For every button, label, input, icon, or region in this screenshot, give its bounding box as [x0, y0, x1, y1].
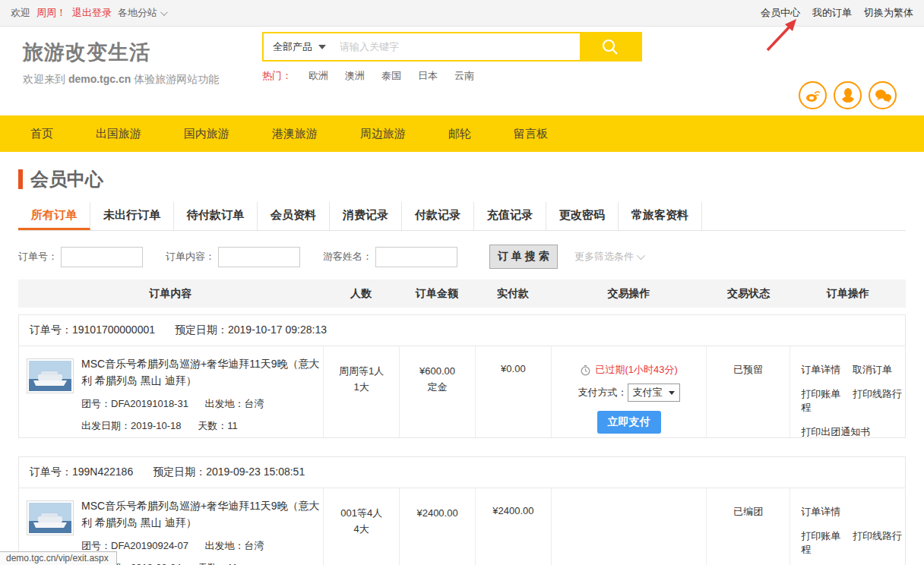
order-1-book-date: 预定日期：2019-10-17 09:28:13	[175, 324, 327, 337]
order-2-product-title[interactable]: MSC音乐号希腊列岛巡游+奢华迪拜11天9晚（意大利 希腊列岛 黑山 迪拜）	[81, 497, 321, 531]
order-1-print-bill-link[interactable]: 打印账单	[801, 388, 840, 399]
hot-link-yunnan[interactable]: 云南	[454, 69, 474, 83]
guest-name-label: 游客姓名：	[323, 250, 372, 264]
order-2-header: 订单号：199N422186 预定日期：2019-09-23 15:08:51	[19, 457, 905, 488]
tab-consumption-records[interactable]: 消费记录	[330, 202, 402, 230]
username: 周周！	[36, 6, 66, 20]
order-1-header: 订单号：19101700000001 预定日期：2019-10-17 09:28…	[19, 315, 905, 346]
pay-method-value: 支付宝	[633, 386, 663, 399]
search-icon	[600, 37, 620, 57]
site-subtitle: 欢迎来到 demo.tgc.cn 体验旅游网站功能	[23, 73, 219, 87]
switch-traditional-link[interactable]: 切换为繁体	[864, 6, 913, 20]
order-2-paid-cell: ¥2400.00	[475, 488, 551, 565]
hot-link-thailand[interactable]: 泰国	[381, 69, 401, 83]
member-tabs: 所有订单 未出行订单 待付款订单 会员资料 消费记录 付款记录 充值记录 更改密…	[18, 202, 906, 231]
my-orders-link[interactable]: 我的订单	[812, 6, 852, 20]
branches-dropdown[interactable]: 各地分站	[118, 6, 166, 20]
order-1-paid: ¥0.00	[501, 363, 526, 374]
order-2-print-bill-link[interactable]: 打印账单	[801, 530, 840, 541]
order-1-trade-cell: 已过期(1小时43分) 支付方式： 支付宝 立即支付	[551, 346, 707, 437]
nav-home[interactable]: 首页	[30, 127, 53, 141]
order-group-1: 订单号：19101700000001 预定日期：2019-10-17 09:28…	[18, 314, 906, 438]
order-1-detail-link[interactable]: 订单详情	[801, 364, 840, 375]
col-order-content: 订单内容	[18, 287, 323, 301]
order-content-input[interactable]	[218, 247, 300, 267]
order-1-ops-cell: 订单详情 取消订单 打印账单 打印线路行程 打印出团通知书	[790, 346, 905, 437]
tab-upcoming-orders[interactable]: 未出行订单	[90, 202, 174, 230]
order-2-amount: ¥2400.00	[400, 505, 475, 521]
search-button[interactable]	[580, 33, 641, 60]
tab-member-profile[interactable]: 会员资料	[258, 202, 330, 230]
tab-unpaid-orders[interactable]: 待付款订单	[174, 202, 258, 230]
subtitle-prefix: 欢迎来到	[23, 73, 65, 85]
search-category-dropdown[interactable]: 全部产品	[264, 33, 335, 60]
logout-link[interactable]: 退出登录	[72, 6, 112, 20]
order-1-amount-cell: ¥600.00 定金	[399, 346, 475, 437]
link-preview-statusbar: demo.tgc.cn/vip/exit.aspx	[0, 551, 117, 565]
chevron-down-icon	[160, 8, 168, 16]
weibo-icon[interactable]	[799, 81, 827, 109]
nav-message-board[interactable]: 留言板	[514, 127, 548, 141]
order-content-label: 订单内容：	[166, 250, 215, 264]
social-icons	[799, 81, 897, 109]
order-2-ops-cell: 订单详情 打印账单 打印线路行程 打印出团通知书	[790, 488, 905, 565]
page-title: 会员中心	[30, 167, 103, 191]
tab-recharge-records[interactable]: 充值记录	[474, 202, 546, 230]
order-1-status-cell: 已预留	[706, 346, 790, 437]
col-people: 人数	[323, 287, 399, 301]
tab-change-password[interactable]: 更改密码	[546, 202, 619, 230]
hot-link-europe[interactable]: 欧洲	[309, 69, 328, 83]
col-paid: 实付款	[475, 287, 551, 301]
order-1-expired-text: 已过期(1小时43分)	[595, 363, 677, 377]
qq-icon[interactable]	[834, 81, 862, 109]
main-nav: 首页 出国旅游 国内旅游 港澳旅游 周边旅游 邮轮 留言板	[0, 115, 924, 152]
order-1-departure: 出发地：台湾	[205, 398, 264, 409]
site-logo[interactable]: 旅游改变生活	[23, 39, 219, 66]
pay-method-label: 支付方式：	[578, 386, 628, 399]
hot-link-australia[interactable]: 澳洲	[345, 69, 365, 83]
member-center-link[interactable]: 会员中心	[761, 6, 800, 20]
order-1-product-title[interactable]: MSC音乐号希腊列岛巡游+奢华迪拜11天9晚（意大利 希腊列岛 黑山 迪拜）	[81, 355, 321, 389]
search-input[interactable]	[335, 33, 580, 60]
order-2-people-count: 4大	[324, 521, 399, 537]
cruise-thumbnail[interactable]	[27, 358, 74, 393]
subtitle-domain: demo.tgc.cn	[68, 73, 131, 85]
pay-method-select[interactable]: 支付宝	[628, 384, 680, 402]
search-box: 全部产品	[262, 32, 642, 62]
order-2-departure: 出发地：台湾	[205, 540, 264, 551]
cruise-thumbnail[interactable]	[27, 500, 74, 535]
site-header: 旅游改变生活 欢迎来到 demo.tgc.cn 体验旅游网站功能 全部产品 热门…	[0, 27, 924, 115]
hot-label: 热门：	[262, 69, 292, 83]
pay-now-button[interactable]: 立即支付	[597, 411, 661, 434]
nav-nearby-travel[interactable]: 周边旅游	[360, 127, 406, 141]
wechat-icon[interactable]	[869, 81, 897, 109]
order-2-days: 天数：11	[198, 562, 238, 565]
order-2-number: 订单号：199N422186	[30, 466, 133, 479]
nav-hk-macau-travel[interactable]: 港澳旅游	[272, 127, 318, 141]
hot-links-row: 热门： 欧洲 澳洲 泰国 日本 云南	[262, 69, 642, 83]
nav-cruise[interactable]: 邮轮	[448, 127, 471, 141]
orders-table-header: 订单内容 人数 订单金额 实付款 交易操作 交易状态 订单操作	[18, 279, 906, 308]
order-no-input[interactable]	[61, 247, 143, 267]
order-1-paid-cell: ¥0.00	[475, 346, 551, 437]
order-search-button[interactable]: 订 单 搜 索	[489, 245, 558, 269]
chevron-down-icon	[637, 251, 645, 260]
nav-domestic-travel[interactable]: 国内旅游	[184, 127, 229, 141]
order-2-detail-link[interactable]: 订单详情	[801, 506, 840, 517]
nav-outbound-travel[interactable]: 出国旅游	[96, 127, 141, 141]
more-filters-toggle[interactable]: 更多筛选条件	[574, 250, 643, 264]
tab-all-orders[interactable]: 所有订单	[18, 202, 90, 230]
hot-link-japan[interactable]: 日本	[418, 69, 438, 83]
order-1-print-notice-link[interactable]: 打印出团通知书	[801, 426, 870, 437]
order-1-cancel-link[interactable]: 取消订单	[853, 364, 892, 375]
col-trade-action: 交易操作	[551, 287, 707, 301]
tab-frequent-travelers[interactable]: 常旅客资料	[619, 202, 702, 230]
order-2-book-date: 预定日期：2019-09-23 15:08:51	[153, 466, 305, 479]
timer-icon	[580, 365, 591, 376]
tab-payment-records[interactable]: 付款记录	[402, 202, 474, 230]
order-1-days: 天数：11	[198, 420, 238, 431]
guest-name-input[interactable]	[375, 247, 457, 267]
order-1-content-cell: MSC音乐号希腊列岛巡游+奢华迪拜11天9晚（意大利 希腊列岛 黑山 迪拜） 团…	[19, 346, 323, 437]
title-accent-bar	[18, 169, 23, 189]
branches-label: 各地分站	[118, 7, 157, 18]
